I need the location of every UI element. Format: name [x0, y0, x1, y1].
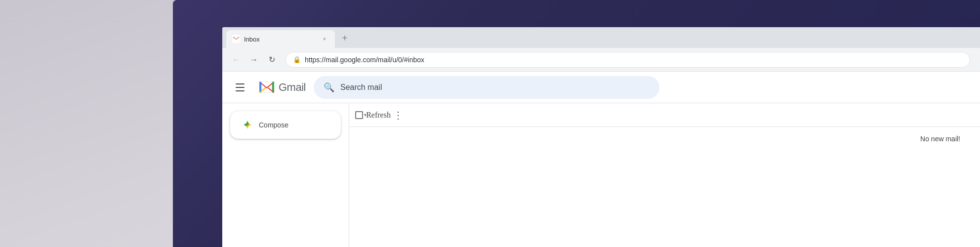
no-new-mail-text: No new mail!: [920, 135, 960, 143]
hamburger-menu-button[interactable]: [230, 78, 250, 97]
navigation-bar: ← → ↻ 🔒 https://mail.google.com/mail/u/0…: [222, 48, 980, 72]
active-tab[interactable]: Inbox ×: [226, 30, 335, 48]
select-checkbox-area[interactable]: ▾: [355, 111, 367, 119]
refresh-button[interactable]: ↻: [264, 52, 280, 68]
gmail-toolbar: ▾ Refresh ⋮: [349, 103, 980, 127]
tab-title: Inbox: [244, 36, 316, 43]
gmail-content-area: Gmail 🔍 Search mail ✦ Compose: [222, 72, 980, 247]
back-button[interactable]: ←: [228, 52, 244, 68]
gmail-main-panel: ▾ Refresh ⋮ No new mail!: [349, 103, 980, 247]
gmail-wordmark: Gmail: [279, 81, 306, 94]
forward-button[interactable]: →: [246, 52, 262, 68]
compose-button[interactable]: ✦ Compose: [230, 111, 341, 139]
new-tab-button[interactable]: +: [337, 30, 353, 46]
tab-favicon: [232, 35, 240, 43]
gmail-search-bar[interactable]: 🔍 Search mail: [314, 76, 659, 99]
more-options-button[interactable]: ⋮: [390, 107, 406, 123]
gmail-m-icon: [258, 81, 276, 94]
compose-label: Compose: [259, 121, 288, 129]
search-icon: 🔍: [324, 82, 334, 93]
no-mail-area: No new mail!: [349, 127, 980, 247]
gmail-sidebar: ✦ Compose: [222, 103, 349, 247]
hamburger-icon: [236, 83, 245, 91]
url-text: https://mail.google.com/mail/u/0/#inbox: [305, 56, 424, 64]
compose-plus-icon: ✦: [242, 118, 253, 133]
refresh-inbox-button[interactable]: Refresh: [370, 107, 386, 123]
tab-bar: Inbox × +: [222, 27, 980, 48]
select-all-checkbox[interactable]: [355, 111, 363, 119]
tab-close-button[interactable]: ×: [320, 35, 329, 43]
lock-icon: 🔒: [293, 56, 301, 64]
browser-window: Inbox × + ← → ↻ 🔒 https://mail.google.co…: [222, 27, 980, 247]
gmail-body: ✦ Compose ▾ Refresh ⋮: [222, 103, 980, 247]
address-bar[interactable]: 🔒 https://mail.google.com/mail/u/0/#inbo…: [286, 52, 970, 68]
monitor-screen: Inbox × + ← → ↻ 🔒 https://mail.google.co…: [222, 27, 980, 247]
search-placeholder-text: Search mail: [340, 83, 382, 92]
gmail-logo: Gmail: [258, 81, 306, 94]
gmail-header: Gmail 🔍 Search mail: [222, 72, 980, 103]
